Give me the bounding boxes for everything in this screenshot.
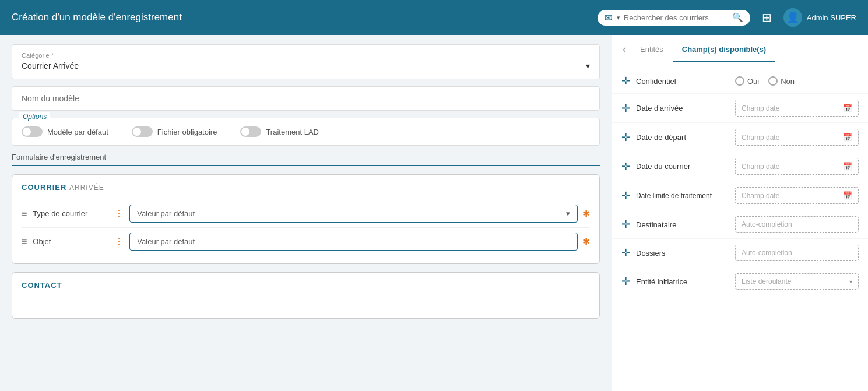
toggle-lad-label: Traitement LAD bbox=[266, 128, 319, 136]
tab-entites[interactable]: Entités bbox=[631, 37, 673, 62]
tab-champs[interactable]: Champ(s) disponible(s) bbox=[673, 37, 775, 62]
courrier-header: COURRIER Arrivée bbox=[22, 183, 590, 192]
field-type-dots[interactable]: ⋮ bbox=[114, 208, 124, 219]
toggle-file-required-switch[interactable] bbox=[132, 126, 153, 137]
drag-icon-date-courrier[interactable]: ✛ bbox=[621, 160, 630, 173]
field-control-date-arrivee[interactable]: Champ date 📅 bbox=[735, 100, 859, 117]
contact-section: CONTACT bbox=[12, 272, 600, 319]
dropdown-placeholder-entite: Liste déroulante bbox=[742, 277, 791, 286]
toggle-default-model-switch[interactable] bbox=[22, 126, 43, 137]
model-name-section[interactable] bbox=[12, 86, 600, 111]
field-item-confidentiel: ✛ Confidentiel Oui Non bbox=[612, 69, 868, 94]
field-name-date-limite: Date limite de traitement bbox=[636, 192, 729, 200]
courrier-section: COURRIER Arrivée ≡ Type de courrier ⋮ Va… bbox=[12, 174, 600, 264]
drag-icon-destinataire[interactable]: ✛ bbox=[621, 218, 630, 231]
main-layout: Catégorie * Courrier Arrivée ▾ Options M… bbox=[0, 35, 868, 391]
field-type-asterisk[interactable]: ✱ bbox=[582, 208, 590, 219]
dropdown-field-entite[interactable]: Liste déroulante ▾ bbox=[735, 273, 859, 290]
grid-icon[interactable]: ⊞ bbox=[762, 10, 772, 24]
field-name-date-arrivee: Date d'arrivée bbox=[636, 104, 729, 112]
radio-oui[interactable]: Oui bbox=[735, 76, 759, 86]
category-label: Catégorie * bbox=[22, 52, 590, 59]
field-item-date-limite: ✛ Date limite de traitement Champ date 📅 bbox=[612, 181, 868, 210]
search-icon[interactable]: 🔍 bbox=[732, 12, 743, 23]
field-name-entite-initiatrice: Entité initiatrice bbox=[636, 277, 729, 286]
drag-handle-type[interactable]: ≡ bbox=[22, 209, 27, 219]
form-tab-label: Formulaire d'enregistrement bbox=[12, 153, 106, 161]
toggle-default-model[interactable]: Modèle par défaut bbox=[22, 126, 108, 137]
toggle-lad-switch[interactable] bbox=[240, 126, 261, 137]
user-info: 👤 Admin SUPER bbox=[783, 8, 856, 27]
search-dropdown-arrow[interactable]: ▾ bbox=[617, 14, 620, 22]
toggle-lad[interactable]: Traitement LAD bbox=[240, 126, 319, 137]
radio-non[interactable]: Non bbox=[768, 76, 795, 86]
form-tab[interactable]: Formulaire d'enregistrement bbox=[12, 153, 600, 166]
options-row: Modèle par défaut Fichier obligatoire Tr… bbox=[22, 126, 590, 137]
drag-icon-dossiers[interactable]: ✛ bbox=[621, 246, 630, 259]
header: Création d'un modèle d'enregistrement ✉ … bbox=[0, 0, 868, 35]
search-bar[interactable]: ✉ ▾ 🔍 bbox=[598, 10, 750, 26]
options-legend: Options bbox=[19, 112, 50, 121]
calendar-icon-courrier: 📅 bbox=[843, 162, 852, 171]
field-control-entite-initiatrice[interactable]: Liste déroulante ▾ bbox=[735, 273, 859, 290]
field-item-dossiers: ✛ Dossiers Auto-completion bbox=[612, 239, 868, 267]
radio-non-circle[interactable] bbox=[768, 76, 778, 86]
calendar-icon-arrivee: 📅 bbox=[843, 104, 852, 112]
category-dropdown-arrow[interactable]: ▾ bbox=[586, 61, 590, 71]
toggle-file-required-label: Fichier obligatoire bbox=[157, 128, 217, 136]
field-name-confidentiel: Confidentiel bbox=[636, 77, 729, 86]
field-name-destinataire: Destinataire bbox=[636, 220, 729, 229]
field-control-dossiers[interactable]: Auto-completion bbox=[735, 245, 859, 261]
date-placeholder-limite: Champ date bbox=[742, 192, 779, 200]
field-item-date-arrivee: ✛ Date d'arrivée Champ date 📅 bbox=[612, 94, 868, 123]
options-section: Options Modèle par défaut Fichier obliga… bbox=[12, 118, 600, 146]
date-placeholder-depart: Champ date bbox=[742, 133, 779, 142]
drag-icon-confidentiel[interactable]: ✛ bbox=[621, 75, 630, 87]
field-objet-asterisk[interactable]: ✱ bbox=[582, 236, 590, 247]
field-objet-dots[interactable]: ⋮ bbox=[114, 236, 124, 247]
user-avatar: 👤 bbox=[783, 8, 802, 27]
model-name-input[interactable] bbox=[22, 94, 590, 103]
right-tabs: ‹ Entités Champ(s) disponible(s) bbox=[612, 35, 868, 64]
field-name-dossiers: Dossiers bbox=[636, 249, 729, 258]
field-control-confidentiel: Oui Non bbox=[735, 76, 859, 86]
radio-non-label: Non bbox=[781, 77, 795, 86]
drag-icon-date-arrivee[interactable]: ✛ bbox=[621, 102, 630, 115]
category-select[interactable]: Courrier Arrivée ▾ bbox=[22, 61, 590, 71]
field-type-arrow: ▾ bbox=[566, 209, 570, 218]
field-item-date-courrier: ✛ Date du courrier Champ date 📅 bbox=[612, 152, 868, 181]
date-field-limite[interactable]: Champ date 📅 bbox=[735, 187, 859, 204]
drag-icon-entite-initiatrice[interactable]: ✛ bbox=[621, 275, 630, 288]
field-item-date-depart: ✛ Date de départ Champ date 📅 bbox=[612, 123, 868, 152]
radio-group-confidentiel: Oui Non bbox=[735, 76, 859, 86]
date-field-depart[interactable]: Champ date 📅 bbox=[735, 129, 859, 146]
mail-icon: ✉ bbox=[605, 12, 612, 23]
date-field-courrier[interactable]: Champ date 📅 bbox=[735, 158, 859, 175]
drag-icon-date-limite[interactable]: ✛ bbox=[621, 189, 630, 202]
right-fields-list: ✛ Confidentiel Oui Non bbox=[612, 64, 868, 391]
field-control-date-courrier[interactable]: Champ date 📅 bbox=[735, 158, 859, 175]
field-control-date-depart[interactable]: Champ date 📅 bbox=[735, 129, 859, 146]
field-objet-label: Objet bbox=[33, 237, 114, 246]
form-row-type-courrier: ≡ Type de courrier ⋮ Valeur par défaut ▾… bbox=[22, 200, 590, 228]
left-panel: Catégorie * Courrier Arrivée ▾ Options M… bbox=[0, 35, 612, 391]
radio-oui-circle[interactable] bbox=[735, 76, 744, 86]
user-label: Admin SUPER bbox=[807, 13, 856, 22]
toggle-default-model-label: Modèle par défaut bbox=[47, 128, 108, 136]
right-panel: ‹ Entités Champ(s) disponible(s) ✛ Confi… bbox=[612, 35, 868, 391]
toggle-file-required[interactable]: Fichier obligatoire bbox=[132, 126, 217, 137]
field-control-date-limite[interactable]: Champ date 📅 bbox=[735, 187, 859, 204]
drag-handle-objet[interactable]: ≡ bbox=[22, 237, 27, 247]
search-input[interactable] bbox=[624, 13, 729, 22]
field-objet-value[interactable]: Valeur par défaut bbox=[129, 233, 578, 251]
auto-field-dossiers[interactable]: Auto-completion bbox=[735, 245, 859, 261]
date-placeholder-courrier: Champ date bbox=[742, 163, 779, 171]
field-type-value[interactable]: Valeur par défaut ▾ bbox=[129, 205, 578, 223]
date-field-arrivee[interactable]: Champ date 📅 bbox=[735, 100, 859, 117]
auto-field-destinataire[interactable]: Auto-completion bbox=[735, 216, 859, 233]
drag-icon-date-depart[interactable]: ✛ bbox=[621, 131, 630, 144]
field-type-label: Type de courrier bbox=[33, 209, 114, 218]
right-panel-back-button[interactable]: ‹ bbox=[618, 35, 631, 64]
field-control-destinataire[interactable]: Auto-completion bbox=[735, 216, 859, 233]
dropdown-arrow-entite: ▾ bbox=[849, 279, 852, 285]
